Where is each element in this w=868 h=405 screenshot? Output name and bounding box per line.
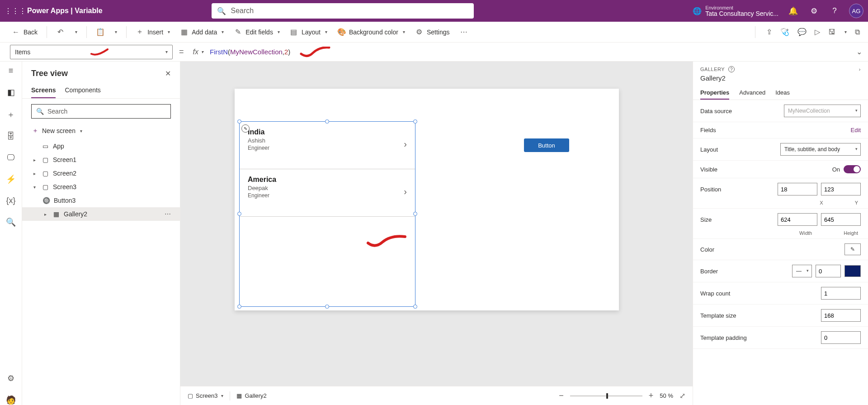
tree-node-app[interactable]: ▭ App <box>22 139 180 153</box>
zoom-value: 50 <box>660 392 666 399</box>
global-search-input[interactable]: 🔍 Search <box>212 3 474 19</box>
template-padding-input[interactable] <box>821 331 861 344</box>
chevron-right-icon[interactable]: › <box>404 139 407 149</box>
width-input[interactable] <box>778 213 817 226</box>
tree-node-screen1[interactable]: ▸ ▢ Screen1 <box>22 153 180 167</box>
chevron-down-icon: ▾ <box>221 393 223 398</box>
comments-icon[interactable]: 💬 <box>797 28 807 36</box>
tree-node-screen2[interactable]: ▸ ▢ Screen2 <box>22 167 180 180</box>
color-picker-button[interactable]: ✎ <box>844 243 861 255</box>
user-avatar[interactable]: AG <box>849 4 863 18</box>
tab-properties[interactable]: Properties <box>700 86 729 100</box>
variables-icon[interactable]: {x} <box>6 196 15 205</box>
help-icon[interactable]: ? <box>828 6 841 15</box>
settings-button[interactable]: ⚙ Settings <box>411 26 453 38</box>
publish-icon[interactable]: ⧉ <box>855 28 860 36</box>
back-button[interactable]: ← Back <box>8 26 41 38</box>
power-automate-icon[interactable]: ⚡ <box>6 174 16 184</box>
tree-node-gallery2[interactable]: ▸ ▦ Gallery2 ⋯ <box>22 207 180 221</box>
app-title: Power Apps | Variable <box>27 7 103 15</box>
chevron-right-icon[interactable]: ▸ <box>31 171 38 176</box>
position-x-input[interactable] <box>778 183 817 195</box>
gallery-item[interactable]: America Deepak Engineer › <box>240 169 415 217</box>
tree-node-button3[interactable]: 🔘 Button3 <box>22 194 180 207</box>
prop-position-label: Position <box>700 186 721 193</box>
undo-dropdown[interactable]: ▾ <box>71 28 81 36</box>
insert-rail-icon[interactable]: ＋ <box>7 109 15 120</box>
search-rail-icon[interactable]: 🔍 <box>6 217 16 227</box>
media-rail-icon[interactable]: 🖵 <box>7 153 15 162</box>
ask-virtual-agent-icon[interactable]: 🧑 <box>6 395 16 405</box>
zoom-out-button[interactable]: − <box>559 391 564 400</box>
environment-label: Environment <box>705 5 778 11</box>
edit-fields-link[interactable]: Edit <box>851 127 861 133</box>
chevron-right-icon[interactable]: › <box>859 67 861 72</box>
add-data-button[interactable]: ▦ Add data ▾ <box>176 26 227 38</box>
formula-input[interactable]: FirstN(MyNewCollection,2) <box>206 45 850 59</box>
save-dropdown-icon[interactable]: ▾ <box>844 29 847 34</box>
chevron-right-icon[interactable]: › <box>404 186 407 197</box>
border-style-select[interactable]: —▾ <box>792 265 812 277</box>
app-launcher-icon[interactable]: ⋮⋮⋮ <box>5 7 23 15</box>
plus-icon: ＋ <box>136 27 144 37</box>
overflow-button[interactable]: ⋯ <box>456 26 472 38</box>
zoom-slider[interactable] <box>570 395 642 396</box>
template-size-input[interactable] <box>821 309 861 322</box>
hamburger-icon[interactable]: ≡ <box>9 66 14 76</box>
undo-button[interactable]: ↶ <box>52 26 68 38</box>
close-icon[interactable]: ✕ <box>165 69 171 78</box>
canvas-artboard[interactable]: ✎ India Ashish Engineer › America Deepak… <box>235 89 619 310</box>
resize-handle[interactable] <box>237 305 241 309</box>
data-source-select[interactable]: MyNewCollection▾ <box>784 105 861 117</box>
layout-button[interactable]: ▤ Layout ▾ <box>286 26 331 38</box>
visible-toggle[interactable] <box>844 165 861 173</box>
breadcrumb-element[interactable]: ▦ Gallery2 <box>236 392 266 399</box>
tab-components[interactable]: Components <box>65 83 100 98</box>
tree-search-input[interactable]: 🔍 Search <box>31 104 171 119</box>
gallery-selection[interactable]: ✎ India Ashish Engineer › America Deepak… <box>239 121 415 307</box>
chevron-right-icon[interactable]: ▸ <box>42 212 48 217</box>
tab-advanced[interactable]: Advanced <box>739 86 765 100</box>
resize-handle[interactable] <box>325 305 329 309</box>
edit-template-icon[interactable]: ✎ <box>241 124 250 133</box>
edit-icon: ✎ <box>234 28 242 36</box>
wrap-count-input[interactable] <box>821 287 861 300</box>
play-icon[interactable]: ▷ <box>815 28 820 36</box>
paste-button[interactable]: 📋 <box>92 26 108 38</box>
chevron-right-icon[interactable]: ▸ <box>31 157 38 162</box>
zoom-in-button[interactable]: + <box>649 391 654 400</box>
edit-fields-button[interactable]: ✎ Edit fields ▾ <box>230 26 283 38</box>
fit-to-window-icon[interactable]: ⤢ <box>679 391 685 400</box>
property-selector[interactable]: Items ▾ <box>10 45 173 59</box>
help-icon[interactable]: ? <box>728 66 735 72</box>
share-icon[interactable]: ⇪ <box>766 28 772 36</box>
paste-dropdown[interactable]: ▾ <box>110 28 121 36</box>
checker-icon[interactable]: 🩺 <box>780 28 789 36</box>
height-input[interactable] <box>821 213 861 226</box>
tree-node-screen3[interactable]: ▾ ▢ Screen3 <box>22 180 180 194</box>
resize-handle[interactable] <box>413 305 417 309</box>
fx-button[interactable]: fx▾ <box>190 48 206 56</box>
border-width-input[interactable] <box>816 265 841 277</box>
chevron-down-icon[interactable]: ▾ <box>31 185 38 190</box>
insert-button[interactable]: ＋ Insert ▾ <box>132 25 174 38</box>
gallery-item[interactable]: ✎ India Ashish Engineer › <box>240 122 415 169</box>
save-icon[interactable]: 🖫 <box>828 28 835 36</box>
tab-ideas[interactable]: Ideas <box>775 86 790 100</box>
settings-rail-icon[interactable]: ⚙ <box>7 373 14 383</box>
environment-name[interactable]: Tata Consultancy Servic... <box>705 11 778 17</box>
tree-view-icon[interactable]: ◧ <box>7 87 15 97</box>
layout-select[interactable]: Title, subtitle, and body▾ <box>780 143 861 156</box>
more-options-icon[interactable]: ⋯ <box>165 210 171 218</box>
new-screen-button[interactable]: ＋ New screen ▾ <box>22 124 180 139</box>
border-color-swatch[interactable] <box>844 265 861 277</box>
data-rail-icon[interactable]: 🗄 <box>7 132 15 141</box>
notifications-icon[interactable]: 🔔 <box>787 6 799 16</box>
tab-screens[interactable]: Screens <box>31 83 56 98</box>
settings-gear-icon[interactable]: ⚙ <box>807 6 820 16</box>
bg-color-button[interactable]: 🎨 Background color ▾ <box>334 26 409 38</box>
formula-expand-button[interactable]: ⌄ <box>850 48 868 56</box>
canvas-button[interactable]: Button <box>524 138 569 152</box>
breadcrumb-screen[interactable]: ▢ Screen3 ▾ <box>188 392 223 399</box>
position-y-input[interactable] <box>821 183 861 195</box>
